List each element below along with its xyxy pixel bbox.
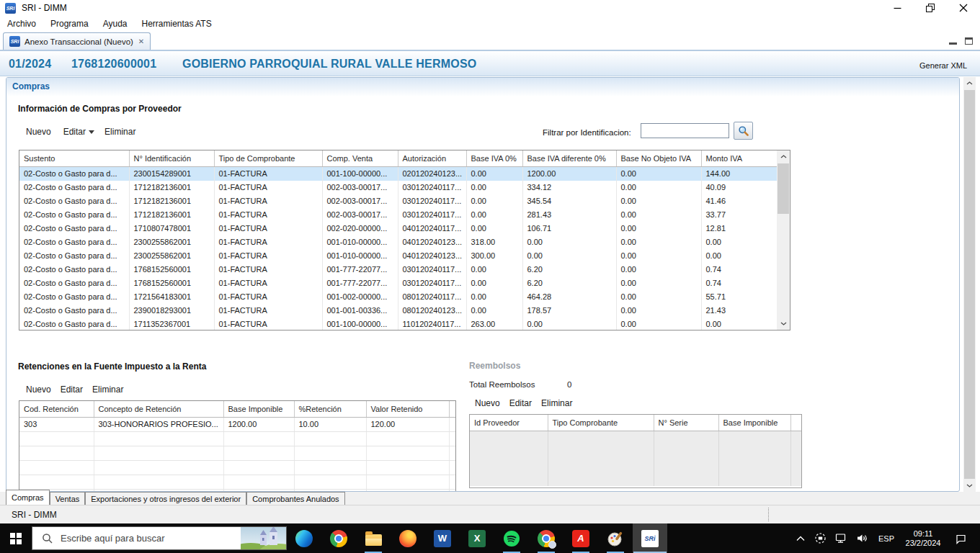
taskbar-app-spotify[interactable] xyxy=(494,523,529,553)
taskbar-app-file-explorer[interactable] xyxy=(356,523,391,553)
retenciones-table: Cod. RetenciónConcepto de RetenciónBase … xyxy=(19,401,455,492)
taskbar-app-paint[interactable] xyxy=(598,523,633,553)
column-header[interactable]: Base IVA diferente 0% xyxy=(522,150,616,166)
taskbar-app-firefox[interactable] xyxy=(391,523,425,553)
table-row[interactable]: 02-Costo o Gasto para d...23002558620010… xyxy=(19,249,778,263)
table-row[interactable]: 02-Costo o Gasto para d...23900182930010… xyxy=(19,304,778,318)
column-header[interactable]: Sustento xyxy=(19,150,129,166)
excel-icon xyxy=(468,530,486,547)
compras-table-scrollbar[interactable] xyxy=(777,150,790,331)
close-icon[interactable] xyxy=(947,0,980,16)
column-header[interactable]: Valor Retenido xyxy=(366,401,449,417)
table-row[interactable]: 02-Costo o Gasto para d...17108074780010… xyxy=(19,222,778,235)
tab-close-icon[interactable]: ✕ xyxy=(138,38,144,45)
column-header[interactable]: Base Imponible xyxy=(718,415,790,431)
column-filler xyxy=(790,415,801,431)
column-header[interactable]: Tipo Comprobante xyxy=(548,415,654,431)
editar-dropdown-icon[interactable] xyxy=(89,130,94,134)
taskbar-app-chrome[interactable] xyxy=(321,523,356,553)
taskbar-app-chrome-profile[interactable] xyxy=(529,523,564,553)
column-header[interactable]: Tipo de Comprobante xyxy=(214,150,322,166)
menu-item-1[interactable]: Programa xyxy=(43,19,96,29)
column-header[interactable]: %Retención xyxy=(294,401,366,417)
table-row[interactable]: 02-Costo o Gasto para d...17121821360010… xyxy=(19,181,778,194)
taskbar-app-sri-dimm[interactable] xyxy=(633,523,667,553)
nuevo-button[interactable]: Nuevo xyxy=(26,385,51,395)
table-row[interactable]: 02-Costo o Gasto para d...17113523670010… xyxy=(19,318,778,331)
column-header[interactable]: Base Imponible xyxy=(223,401,294,417)
taskbar-apps xyxy=(287,523,667,553)
table-row[interactable]: 02-Costo o Gasto para d...23002558620010… xyxy=(19,235,778,249)
taskbar-clock[interactable]: 09:11 23/2/2024 xyxy=(900,529,946,548)
eliminar-button[interactable]: Eliminar xyxy=(92,385,123,395)
eliminar-button[interactable]: Eliminar xyxy=(104,127,135,137)
column-header[interactable]: Base IVA 0% xyxy=(466,150,522,166)
scroll-up-icon[interactable] xyxy=(963,77,976,89)
nuevo-button[interactable]: Nuevo xyxy=(26,127,51,137)
column-header[interactable]: Base No Objeto IVA xyxy=(616,150,701,166)
bottom-tab-3[interactable]: Comprobantes Anulados xyxy=(246,492,344,505)
eliminar-button[interactable]: Eliminar xyxy=(541,398,572,408)
taskbar-app-excel[interactable] xyxy=(460,523,494,553)
menu-item-2[interactable]: Ayuda xyxy=(96,19,135,29)
scroll-thumb[interactable] xyxy=(778,163,789,214)
table-row[interactable]: 02-Costo o Gasto para d...23001542890010… xyxy=(19,166,778,181)
language-indicator[interactable]: ESP xyxy=(873,534,900,543)
menu-item-0[interactable]: Archivo xyxy=(0,19,43,29)
restore-icon[interactable] xyxy=(914,0,947,16)
column-header[interactable]: N° Identificación xyxy=(129,150,214,166)
column-header[interactable]: Monto IVA xyxy=(701,150,778,166)
menu-item-3[interactable]: Herramientas ATS xyxy=(135,19,219,29)
chevron-up-icon[interactable] xyxy=(791,523,810,553)
view-maximize-icon[interactable] xyxy=(965,37,973,45)
table-row[interactable]: 02-Costo o Gasto para d...17215641830010… xyxy=(19,290,778,304)
editar-button[interactable]: Editar xyxy=(63,127,86,137)
empty-row xyxy=(19,431,455,446)
search-button[interactable] xyxy=(734,122,753,140)
table-row[interactable]: 303303-HONORARIOS PROFESIO...1200.0010.0… xyxy=(19,417,455,431)
bottom-tab-0[interactable]: Compras xyxy=(6,490,50,505)
taskbar-app-edge[interactable] xyxy=(287,523,321,553)
nuevo-button[interactable]: Nuevo xyxy=(475,398,500,408)
column-header[interactable]: Id Proveedor xyxy=(470,415,548,431)
bottom-tab-1[interactable]: Ventas xyxy=(50,492,86,505)
sync-icon[interactable] xyxy=(810,523,831,553)
taskbar-app-acrobat[interactable] xyxy=(564,523,598,553)
reembolsos-table-container: Id ProveedorTipo ComprobanteN° SerieBase… xyxy=(469,414,802,488)
sri-dimm-icon xyxy=(641,530,659,547)
column-header[interactable]: N° Serie xyxy=(654,415,718,431)
editar-button[interactable]: Editar xyxy=(509,398,532,408)
column-header[interactable]: Concepto de Retención xyxy=(94,401,223,417)
table-row[interactable]: 02-Costo o Gasto para d...17121821360010… xyxy=(19,208,778,222)
table-row[interactable]: 02-Costo o Gasto para d...17121821360010… xyxy=(19,194,778,208)
table-row[interactable]: 02-Costo o Gasto para d...17681525600010… xyxy=(19,263,778,276)
taskbar-app-word[interactable] xyxy=(425,523,460,553)
scroll-thumb[interactable] xyxy=(964,90,975,479)
status-separator xyxy=(768,508,769,521)
network-icon[interactable] xyxy=(831,523,852,553)
generar-xml-button[interactable]: Generar XML xyxy=(919,61,967,70)
taskbar: Escribe aquí para buscar xyxy=(0,523,980,553)
column-header[interactable]: Autorización xyxy=(398,150,466,166)
tab-anexo-transaccional[interactable]: SRi Anexo Transaccional (Nuevo) ✕ xyxy=(3,32,151,50)
start-button[interactable] xyxy=(0,523,32,553)
table-row[interactable]: 02-Costo o Gasto para d...17681525600010… xyxy=(19,276,778,290)
total-reembolsos-label: Total Reembolsos xyxy=(469,380,535,389)
search-highlight-image[interactable] xyxy=(241,527,286,549)
volume-icon[interactable] xyxy=(852,523,873,553)
column-header[interactable]: Comp. Venta xyxy=(322,150,398,166)
chrome-icon xyxy=(330,530,347,547)
notification-center-icon[interactable] xyxy=(946,523,976,553)
minimize-icon[interactable] xyxy=(881,0,914,16)
view-minimize-icon[interactable] xyxy=(949,42,957,45)
taskbar-search-input[interactable]: Escribe aquí para buscar xyxy=(32,526,287,550)
bottom-tab-2[interactable]: Exportaciones y otros ingresos del exter… xyxy=(85,492,246,505)
filter-input[interactable] xyxy=(641,123,729,138)
compras-table: SustentoN° IdentificaciónTipo de Comprob… xyxy=(19,150,778,331)
editar-button[interactable]: Editar xyxy=(61,385,83,395)
scroll-down-icon[interactable] xyxy=(777,318,790,330)
search-icon xyxy=(42,533,53,544)
column-header[interactable]: Cod. Retención xyxy=(19,401,94,417)
page-scrollbar[interactable] xyxy=(963,77,976,492)
scroll-up-icon[interactable] xyxy=(777,150,790,163)
